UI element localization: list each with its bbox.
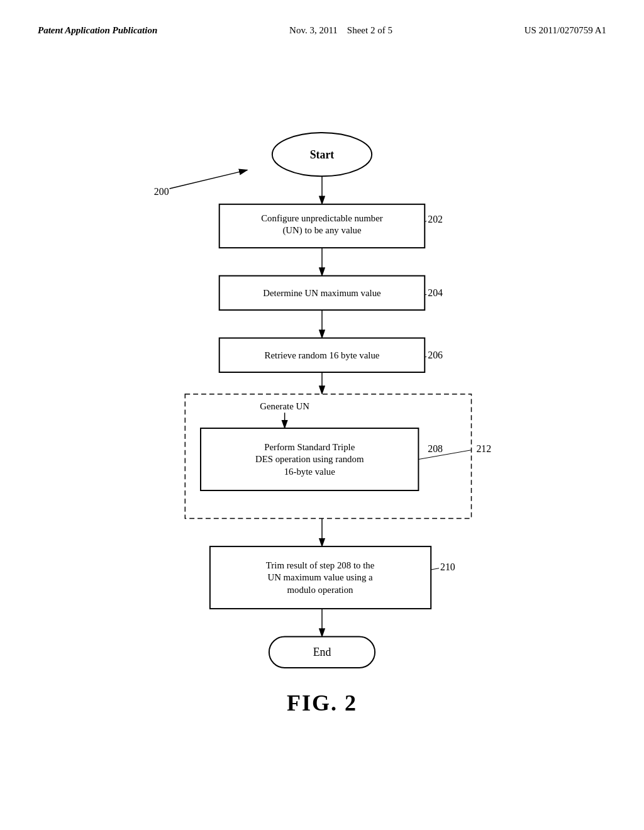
label-210: 210: [440, 562, 455, 572]
patent-number: US 2011/0270759 A1: [525, 25, 606, 36]
box-210-text3: modulo operation: [287, 585, 354, 595]
label-204: 204: [428, 287, 443, 298]
header: Patent Application Publication Nov. 3, 2…: [38, 25, 606, 42]
label-206: 206: [428, 350, 443, 360]
box-208-text1: Perform Standard Triple: [264, 442, 355, 452]
start-label: Start: [310, 148, 335, 161]
page: Patent Application Publication Nov. 3, 2…: [0, 0, 644, 830]
generate-un-label: Generate UN: [260, 401, 309, 411]
label-208: 208: [428, 443, 443, 454]
label-200: 200: [154, 186, 169, 197]
flowchart-diagram: 200 Start 202 Configure unpredictable nu…: [38, 74, 606, 716]
box-204-text: Determine UN maximum value: [263, 288, 381, 298]
figure-label: FIG. 2: [287, 690, 357, 716]
box-206-text: Retrieve random 16 byte value: [265, 350, 380, 360]
box-210-text2: UN maximum value using a: [267, 573, 373, 583]
arrow-200: [170, 170, 248, 189]
box-202-text2: (UN) to be any value: [282, 225, 362, 236]
sheet-info: Sheet 2 of 5: [347, 25, 392, 35]
publication-label: Patent Application Publication: [38, 25, 157, 36]
box-208-text2: DES operation using random: [255, 454, 364, 464]
box-208-text3: 16-byte value: [284, 467, 336, 477]
box-210-text1: Trim result of step 208 to the: [266, 560, 375, 570]
header-center: Nov. 3, 2011 Sheet 2 of 5: [289, 25, 392, 36]
box-202-text1: Configure unpredictable number: [261, 213, 383, 223]
publication-date: Nov. 3, 2011: [289, 25, 338, 35]
label-212: 212: [476, 443, 491, 454]
flowchart-svg: 200 Start 202 Configure unpredictable nu…: [102, 74, 542, 671]
label-202: 202: [428, 214, 443, 225]
end-label: End: [313, 646, 331, 658]
